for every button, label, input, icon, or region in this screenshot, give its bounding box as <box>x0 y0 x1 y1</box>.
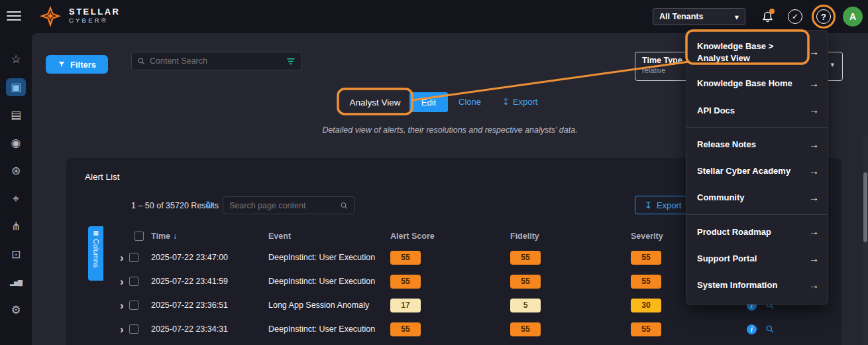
sidebar-item-assets[interactable]: ⌖ <box>6 190 26 208</box>
cell-event: DeepInstinct: User Execution <box>265 324 389 334</box>
menu-item-release-notes[interactable]: Release Notes→ <box>686 131 828 158</box>
menu-item-community[interactable]: Community→ <box>686 184 828 211</box>
refresh-icon[interactable]: ↻ <box>205 199 214 211</box>
sidebar-item-dashboards[interactable]: ▣ <box>6 78 26 96</box>
globe-icon: ⊛ <box>11 164 21 178</box>
chevron-down-icon: ▾ <box>735 12 739 22</box>
row-expand-chevron[interactable]: › <box>120 324 124 335</box>
arrow-right-icon: → <box>809 191 819 204</box>
sidebar-item-settings[interactable]: ⚙ <box>6 301 26 319</box>
hamburger-menu-icon[interactable] <box>7 11 21 22</box>
brand-line2: CYBER® <box>69 17 120 25</box>
menu-item-stellar-cyber-academy[interactable]: Stellar Cyber Academy→ <box>686 158 828 184</box>
user-avatar[interactable]: A <box>843 7 863 27</box>
columns-grid-icon: ▦ <box>93 230 99 236</box>
row-checkbox[interactable] <box>129 277 138 286</box>
content-search-box <box>131 52 302 70</box>
arrow-right-icon: → <box>809 45 819 58</box>
filters-button[interactable]: Filters <box>46 55 108 74</box>
page-search-box <box>223 196 355 214</box>
scrollbar-thumb[interactable] <box>863 172 867 242</box>
content-search-input[interactable] <box>150 56 282 66</box>
menu-item-knowledge-base-home[interactable]: Knowledge Base Home→ <box>686 70 828 97</box>
row-expand-chevron[interactable]: › <box>120 300 124 311</box>
investigate-search-icon[interactable] <box>765 324 775 334</box>
brand-text: STELLAR CYBER® <box>69 7 120 25</box>
header-alert-score[interactable]: Alert Score <box>389 232 504 241</box>
menu-item-knowledge-base-analyst-view[interactable]: Knowledge Base > Analyst View→ <box>686 34 828 70</box>
header-event[interactable]: Event <box>265 232 389 241</box>
clone-button[interactable]: Clone <box>459 97 481 107</box>
gear-icon: ⚙ <box>11 303 21 317</box>
download-icon: ↧ <box>645 200 652 210</box>
crosshair-icon: ⌖ <box>13 192 19 206</box>
alert-score-badge: 17 <box>390 299 421 312</box>
row-expand-chevron[interactable]: › <box>120 252 124 263</box>
severity-badge: 30 <box>631 299 661 312</box>
row-checkbox[interactable] <box>129 324 138 334</box>
row-checkbox[interactable] <box>129 253 138 262</box>
bar-chart-icon: ▂▅▇ <box>10 279 22 286</box>
fidelity-badge: 5 <box>510 299 541 312</box>
advanced-filter-icon[interactable] <box>286 57 296 66</box>
search-icon[interactable] <box>340 201 349 210</box>
columns-tab[interactable]: ▦ Columns <box>88 226 103 281</box>
notifications-bell-icon[interactable] <box>759 9 775 25</box>
export-results-button[interactable]: ↧ Export <box>635 196 691 214</box>
severity-badge: 55 <box>631 322 661 336</box>
star-icon: ☆ <box>11 52 21 66</box>
sidebar-item-ai-assistant[interactable]: ⊡ <box>6 245 26 263</box>
arrow-right-icon: → <box>809 138 819 151</box>
alert-score-badge: 55 <box>390 322 421 336</box>
edit-button[interactable]: Edit <box>409 92 448 112</box>
cell-time: 2025-07-22 23:36:51 <box>148 301 265 310</box>
info-icon[interactable]: i <box>747 324 757 334</box>
cell-event: DeepInstinct: User Execution <box>265 253 389 262</box>
arrow-right-icon: → <box>809 104 819 117</box>
menu-item-product-roadmap[interactable]: Product Roadmap→ <box>686 218 828 245</box>
sidebar-nav: ☆ ▣ ▤ ◉ ⊛ ⌖ ⋔ ⊡ ▂▅▇ ⚙ <box>0 33 32 345</box>
sidebar-item-automation[interactable]: ⋔ <box>6 218 26 236</box>
header-fidelity[interactable]: Fidelity <box>504 232 629 241</box>
cell-event: Long App Session Anomaly <box>265 301 389 310</box>
fidelity-badge: 55 <box>510 251 541 265</box>
row-expand-chevron[interactable]: › <box>120 276 124 287</box>
search-icon <box>137 57 146 66</box>
tenant-selector-value: All Tenants <box>659 12 703 21</box>
export-view-label: Export <box>513 97 538 107</box>
scrollbar[interactable] <box>863 136 868 345</box>
sort-desc-icon: ↓ <box>173 232 177 241</box>
menu-item-system-information[interactable]: System Information→ <box>686 272 828 299</box>
sidebar-item-threat-intel[interactable]: ⊛ <box>6 162 26 180</box>
tasks-check-icon[interactable]: ✓ <box>787 9 803 25</box>
alert-score-badge: 55 <box>390 251 421 265</box>
menu-item-api-docs[interactable]: API Docs→ <box>686 97 828 123</box>
severity-badge: 55 <box>631 275 661 289</box>
dashboard-icon: ▣ <box>11 80 21 94</box>
export-view-button[interactable]: ↧ Export <box>502 97 537 107</box>
header-time[interactable]: Time↓ <box>148 232 265 241</box>
arrow-right-icon: → <box>809 252 819 265</box>
topbar: STELLAR CYBER® All Tenants ▾ ✓ ? A <box>0 0 868 33</box>
cell-time: 2025-07-22 23:34:31 <box>148 324 265 334</box>
robot-icon: ⊡ <box>11 247 21 261</box>
cell-time: 2025-07-22 23:41:59 <box>148 277 265 286</box>
alert-list-title: Alert List <box>85 172 120 182</box>
record-icon: ◉ <box>11 136 21 150</box>
menu-divider <box>686 127 828 128</box>
menu-item-support-portal[interactable]: Support Portal→ <box>686 245 828 272</box>
briefcase-icon: ▤ <box>11 108 21 122</box>
sidebar-item-cases[interactable]: ▤ <box>6 106 26 124</box>
sidebar-item-favorites[interactable]: ☆ <box>6 50 26 68</box>
sidebar-item-reports[interactable]: ▂▅▇ <box>6 273 26 291</box>
sidebar-item-detections[interactable]: ◉ <box>6 134 26 152</box>
brand-line1: STELLAR <box>69 7 120 17</box>
tenant-selector[interactable]: All Tenants ▾ <box>653 8 745 25</box>
select-all-checkbox[interactable] <box>135 232 144 241</box>
row-checkbox[interactable] <box>129 301 138 310</box>
export-results-label: Export <box>657 200 682 210</box>
severity-badge: 55 <box>631 251 661 265</box>
menu-divider <box>686 214 828 215</box>
page-search-input[interactable] <box>229 201 336 210</box>
help-icon[interactable]: ? <box>816 9 832 25</box>
